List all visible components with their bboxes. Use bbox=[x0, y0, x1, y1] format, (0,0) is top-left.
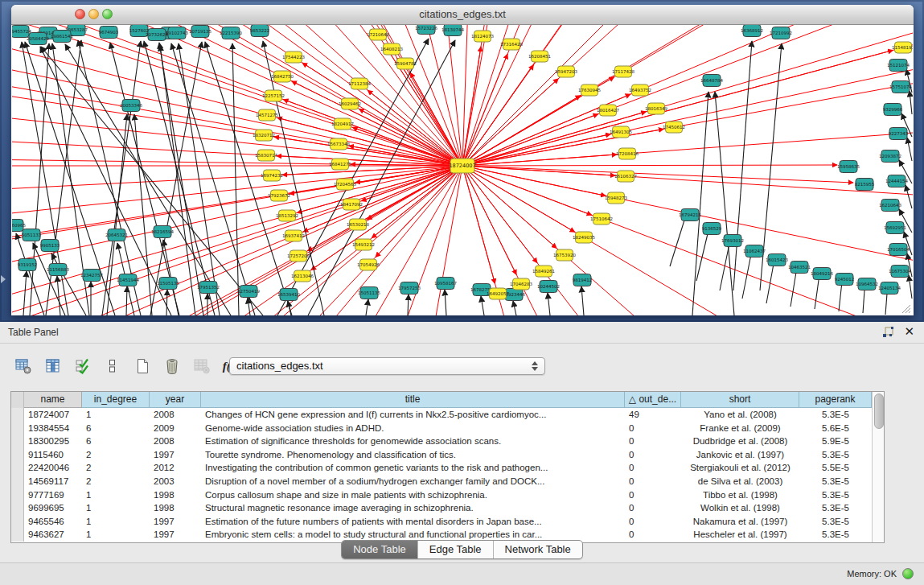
cell-out_degree[interactable]: 0 bbox=[625, 515, 681, 529]
cell-year[interactable]: 2008 bbox=[150, 408, 201, 422]
float-panel-icon[interactable] bbox=[882, 327, 895, 338]
citation-node[interactable]: 9227343 bbox=[889, 128, 909, 140]
cell-pagerank[interactable]: 5.3E-5 bbox=[799, 501, 872, 515]
citation-node[interactable]: 16842750 bbox=[271, 71, 294, 82]
citation-node[interactable]: 10244502 bbox=[537, 281, 560, 293]
cell-year[interactable]: 2009 bbox=[150, 422, 201, 435]
citation-node[interactable]: 12444154 bbox=[885, 175, 908, 187]
citation-node[interactable]: 10964532 bbox=[856, 278, 878, 290]
cell-short[interactable]: Jankovic et al. (1997) bbox=[681, 448, 799, 462]
cell-title[interactable]: Disruption of a novel member of a sodium… bbox=[201, 475, 625, 488]
citation-node[interactable]: 14571275 bbox=[256, 109, 278, 121]
citation-node[interactable]: 18249035 bbox=[573, 232, 595, 243]
citation-node[interactable]: 17054926 bbox=[357, 259, 380, 270]
citation-node[interactable]: 17510642 bbox=[590, 213, 613, 225]
cell-in_degree[interactable]: 2 bbox=[82, 448, 150, 462]
citation-node[interactable]: 16213046 bbox=[291, 270, 314, 282]
citation-node[interactable]: 12257152 bbox=[262, 90, 285, 101]
citation-node[interactable]: 17204563 bbox=[334, 179, 356, 190]
citation-node[interactable]: 16753920 bbox=[553, 249, 576, 261]
citation-node[interactable]: 12093872 bbox=[879, 150, 901, 163]
hub-node[interactable]: 18724007 bbox=[449, 159, 475, 173]
table-row[interactable]: 2242004622012Investigating the contribut… bbox=[11, 461, 884, 475]
citation-node[interactable]: 16794215 bbox=[679, 209, 701, 221]
citation-node[interactable]: 20584429 bbox=[27, 33, 49, 45]
citation-node[interactable]: 16648784 bbox=[700, 75, 723, 87]
cell-title[interactable]: Investigating the contribution of common… bbox=[201, 461, 625, 475]
citation-node[interactable]: 17630945 bbox=[578, 84, 601, 96]
table-settings-icon[interactable] bbox=[13, 356, 34, 377]
hidden-panel-grip[interactable] bbox=[1, 275, 6, 283]
cell-pagerank[interactable]: 5.3E-5 bbox=[799, 488, 872, 502]
citation-node[interactable]: 11675304 bbox=[889, 266, 911, 278]
citation-network-graph[interactable]: 1945572420691406106532879674903152760294… bbox=[12, 25, 913, 315]
citation-node[interactable]: 17257208 bbox=[287, 250, 310, 262]
citation-node[interactable]: 20053346 bbox=[120, 100, 142, 112]
cell-short[interactable]: Stergiakouli et al. (2012) bbox=[681, 461, 799, 475]
citation-node[interactable]: 15958635 bbox=[837, 161, 860, 173]
citation-node[interactable]: 17951352 bbox=[197, 282, 220, 294]
cell-short[interactable]: Nakamura et al. (1997) bbox=[681, 515, 799, 529]
tab-network-table[interactable]: Network Table bbox=[493, 541, 582, 558]
citation-node[interactable]: 17208416 bbox=[616, 148, 639, 159]
citation-node[interactable]: 17046283 bbox=[510, 278, 532, 290]
column-header-out_degree[interactable]: △ out_de... bbox=[625, 392, 681, 408]
cell-year[interactable]: 1998 bbox=[150, 501, 201, 515]
cell-in_degree[interactable]: 6 bbox=[82, 422, 150, 435]
citation-node[interactable]: 15904782 bbox=[394, 58, 417, 69]
show-columns-icon[interactable] bbox=[43, 356, 64, 377]
citation-node[interactable]: 17316428 bbox=[500, 39, 523, 50]
citation-node[interactable]: 16408213 bbox=[380, 43, 403, 55]
citation-node[interactable]: 18216594 bbox=[151, 226, 174, 238]
cell-out_degree[interactable]: 0 bbox=[625, 488, 681, 502]
cell-year[interactable]: 2003 bbox=[150, 475, 201, 488]
new-document-icon[interactable] bbox=[132, 356, 153, 377]
citation-node[interactable]: 18204917 bbox=[331, 118, 354, 130]
citation-node[interactable]: 17210648 bbox=[367, 29, 389, 40]
cell-title[interactable]: Genome-wide association studies in ADHD. bbox=[201, 422, 625, 435]
citation-node[interactable]: 20645321 bbox=[105, 229, 128, 241]
citation-node[interactable]: 15948273 bbox=[605, 192, 627, 204]
cell-out_degree[interactable]: 0 bbox=[625, 501, 681, 515]
citation-node[interactable]: 16493752 bbox=[629, 84, 651, 96]
table-select-dropdown[interactable]: citations_edges.txt bbox=[229, 357, 545, 375]
citation-node[interactable]: 18049216 bbox=[811, 268, 833, 280]
citation-node[interactable]: 16539410 bbox=[277, 289, 300, 301]
cell-name[interactable]: 22420046 bbox=[24, 461, 82, 475]
column-header-short[interactable]: short bbox=[681, 392, 799, 408]
cell-year[interactable]: 1997 bbox=[150, 515, 201, 529]
cell-pagerank[interactable]: 5.5E-5 bbox=[799, 461, 872, 475]
network-window[interactable]: citations_edges.txt 19455724206914061065… bbox=[11, 5, 914, 315]
citation-node[interactable]: 12405134 bbox=[878, 282, 901, 295]
cell-short[interactable]: de Silva et al. (2003) bbox=[681, 475, 799, 488]
cell-in_degree[interactable]: 1 bbox=[82, 501, 150, 515]
column-header-title[interactable]: title bbox=[201, 392, 625, 408]
table-row[interactable]: 1456911722003Disruption of a novel membe… bbox=[11, 475, 884, 488]
trash-icon[interactable] bbox=[162, 356, 183, 377]
citation-node[interactable]: 18016349 bbox=[645, 103, 667, 114]
citation-node[interactable]: 17544223 bbox=[282, 51, 305, 63]
citation-node[interactable]: 17693012 bbox=[721, 235, 744, 247]
citation-node[interactable]: 15723226 bbox=[415, 25, 437, 35]
citation-node[interactable]: 17957253 bbox=[398, 282, 421, 295]
citation-node[interactable]: 12750419 bbox=[237, 286, 260, 298]
cell-name[interactable]: 18724007 bbox=[24, 408, 82, 422]
cell-short[interactable]: Dudbridge et al. (2008) bbox=[681, 435, 799, 448]
cell-in_degree[interactable]: 1 bbox=[82, 515, 150, 529]
table-row[interactable]: 969969511998Structural magnetic resonanc… bbox=[11, 501, 884, 515]
citation-node[interactable]: 15947203 bbox=[555, 66, 577, 77]
scrollbar-thumb[interactable] bbox=[874, 393, 884, 429]
cell-year[interactable]: 2008 bbox=[150, 435, 201, 448]
citation-node[interactable]: 17112384 bbox=[348, 78, 371, 89]
citation-node[interactable]: 16029462 bbox=[339, 98, 361, 109]
citation-node[interactable]: 19861542 bbox=[51, 31, 73, 43]
cell-title[interactable]: Estimation of the future numbers of pati… bbox=[201, 515, 625, 529]
citation-node[interactable]: 16368912 bbox=[741, 25, 763, 37]
citation-node[interactable]: 15051135 bbox=[358, 287, 380, 299]
cell-pagerank[interactable]: 5.3E-5 bbox=[799, 448, 872, 462]
network-window-titlebar[interactable]: citations_edges.txt bbox=[11, 5, 914, 25]
citation-node[interactable]: 15849261 bbox=[532, 266, 555, 277]
citation-node[interactable]: 11451944 bbox=[117, 274, 139, 286]
cell-name[interactable]: 9699695 bbox=[24, 501, 82, 515]
clear-rows-icon[interactable] bbox=[102, 356, 123, 377]
